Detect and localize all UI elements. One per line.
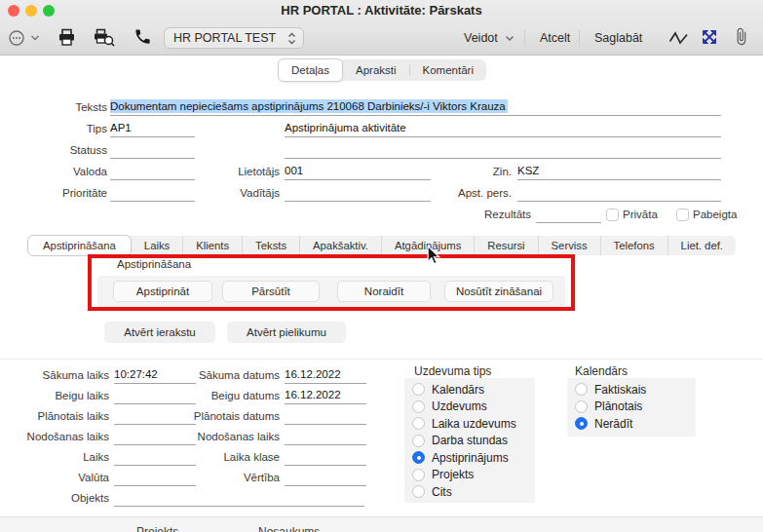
mouse-cursor bbox=[427, 246, 440, 265]
pulse-button[interactable] bbox=[668, 29, 690, 45]
radio-neradit[interactable]: Nerādīt bbox=[567, 415, 696, 433]
laika-klase-field[interactable] bbox=[285, 448, 366, 466]
record-selector-popup[interactable]: HR PORTAL TEST bbox=[164, 27, 304, 49]
radio-icon bbox=[412, 417, 425, 430]
radio-icon bbox=[412, 435, 425, 447]
radio-cits[interactable]: Cits bbox=[404, 483, 535, 501]
sakuma-laiks-label: Sākuma laiks bbox=[0, 367, 109, 384]
chevron-down-icon bbox=[505, 35, 515, 42]
teksts-value: Dokumentam nepieciešams apstiprinājums 2… bbox=[110, 99, 508, 113]
privata-checkbox[interactable] bbox=[606, 209, 619, 221]
expand-arrows-icon bbox=[701, 28, 718, 46]
tips-label: Tips bbox=[0, 121, 107, 137]
vertiba-field[interactable] bbox=[285, 469, 366, 486]
tab-detalas[interactable]: Detaļas bbox=[278, 58, 343, 82]
radio-darba-stundas[interactable]: Darba stundas bbox=[404, 433, 535, 450]
tips-desc-field[interactable]: Apstiprinājuma aktivitāte bbox=[285, 120, 721, 137]
radio-label: Cits bbox=[432, 485, 452, 499]
teksts-label: Teksts bbox=[0, 99, 107, 116]
planotais-datums-label: Plānotais datums bbox=[171, 408, 280, 425]
zin-label: Zin. bbox=[414, 164, 512, 180]
valoda-label: Valoda bbox=[0, 164, 107, 180]
statuss-field[interactable] bbox=[110, 141, 195, 159]
radio-icon bbox=[412, 469, 425, 481]
kalendars-label: Kalendārs bbox=[575, 364, 628, 378]
zin-field[interactable]: KSZ bbox=[517, 163, 721, 180]
phone-button[interactable] bbox=[134, 27, 152, 46]
window-chrome: HR PORTAL : Aktivitāte: Pārskats bbox=[0, 0, 763, 56]
planotais-laiks-label: Plānotais laiks bbox=[0, 408, 109, 425]
tab-apaksaktiv[interactable]: Apakšaktiv. bbox=[299, 236, 381, 255]
atvert-ierakstu-button[interactable]: Atvērt ierakstu bbox=[104, 322, 215, 343]
attachment-button[interactable] bbox=[732, 27, 750, 46]
chevron-down-icon bbox=[30, 34, 40, 42]
nodosanas-laiks2-field[interactable] bbox=[285, 428, 366, 445]
printer-magnifier-icon bbox=[92, 28, 116, 48]
saglabat-button[interactable]: Saglabāt bbox=[585, 27, 652, 49]
rezultats-field[interactable] bbox=[536, 206, 601, 223]
tab-klients[interactable]: Klients bbox=[182, 236, 242, 255]
beigu-datums-value: 16.12.2022 bbox=[285, 389, 341, 400]
radio-apstiprinajums[interactable]: Apstiprinājums bbox=[404, 449, 535, 467]
tab-liet-def[interactable]: Liet. def. bbox=[668, 236, 736, 255]
radio-laika-uzdevums[interactable]: Laika uzdevums bbox=[404, 415, 535, 433]
toolbar-divider bbox=[579, 30, 580, 46]
statuss-desc-field[interactable] bbox=[285, 141, 721, 159]
toolbar-divider bbox=[524, 30, 525, 46]
teksts-field[interactable]: Dokumentam nepieciešams apstiprinājums 2… bbox=[110, 98, 721, 116]
record-selector-label: HR PORTAL TEST bbox=[173, 31, 276, 45]
valuta-label: Valūta bbox=[0, 470, 109, 486]
radio-icon bbox=[412, 383, 425, 396]
apst-pers-field[interactable] bbox=[517, 184, 721, 202]
projekts-label: Projekts bbox=[136, 524, 214, 532]
radio-icon bbox=[575, 400, 588, 413]
print-button[interactable] bbox=[57, 28, 77, 47]
nodosanas-laiks2-label: Nodošanas laiks bbox=[171, 429, 280, 445]
tab-laiks[interactable]: Laiks bbox=[132, 236, 182, 255]
tab-apraksti[interactable]: Apraksti bbox=[343, 59, 409, 81]
radio-projekts[interactable]: Projekts bbox=[404, 467, 535, 484]
beigu-datums-field[interactable]: 16.12.2022 bbox=[285, 387, 366, 404]
tips-desc-value: Apstiprinājuma aktivitāte bbox=[285, 122, 406, 133]
sakuma-datums-field[interactable]: 16.12.2022 bbox=[285, 366, 366, 384]
radio-faktiskais[interactable]: Faktiskais bbox=[567, 381, 696, 399]
radio-kalendars[interactable]: Kalendārs bbox=[404, 381, 535, 399]
radio-planotais[interactable]: Plānotais bbox=[567, 399, 696, 416]
tab-telefons[interactable]: Telefons bbox=[600, 236, 668, 255]
radio-label: Darba stundas bbox=[432, 434, 508, 447]
sakuma-laiks-value: 10:27:42 bbox=[114, 368, 158, 380]
privata-label: Privāta bbox=[623, 207, 681, 223]
vaditajs-label: Vadītājs bbox=[175, 185, 280, 202]
radio-uzdevums[interactable]: Uzdevums bbox=[404, 399, 535, 416]
kalendars-group: Faktiskais Plānotais Nerādīt bbox=[567, 378, 696, 437]
tab-serviss[interactable]: Serviss bbox=[538, 236, 600, 255]
uzdevuma-tips-group: Kalendārs Uzdevums Laika uzdevums Darba … bbox=[404, 378, 535, 503]
tips-value: AP1 bbox=[110, 122, 132, 133]
tab-apstiprinasana[interactable]: Apstiprināšana bbox=[27, 235, 132, 256]
atvert-pielikumu-button[interactable]: Atvērt pielikumu bbox=[227, 322, 346, 343]
tab-komentari[interactable]: Komentāri bbox=[410, 59, 486, 81]
section-divider bbox=[0, 359, 763, 360]
objekts-field[interactable] bbox=[114, 489, 364, 507]
expand-button[interactable] bbox=[701, 28, 718, 46]
vaditajs-field[interactable] bbox=[285, 184, 431, 202]
pabeigta-checkbox[interactable] bbox=[676, 209, 689, 221]
lietotajs-field[interactable]: 001 bbox=[285, 163, 431, 180]
actions-menu-button[interactable] bbox=[8, 28, 40, 48]
prioritate-label: Prioritāte bbox=[0, 185, 107, 202]
planotais-datums-field[interactable] bbox=[285, 407, 366, 425]
tab-resursi[interactable]: Resursi bbox=[474, 236, 537, 255]
veidot-menu-button[interactable]: Veidot bbox=[454, 27, 524, 49]
print-preview-button[interactable] bbox=[92, 28, 116, 48]
tips-field[interactable]: AP1 bbox=[110, 120, 195, 137]
atcelt-button[interactable]: Atcelt bbox=[530, 27, 580, 49]
phone-icon bbox=[134, 27, 152, 46]
uzdevuma-tips-label: Uzdevuma tips bbox=[414, 364, 491, 378]
radio-label: Uzdevums bbox=[432, 399, 487, 413]
zigzag-pulse-icon bbox=[668, 29, 690, 45]
paperclip-icon bbox=[732, 27, 750, 46]
tab-teksts[interactable]: Teksts bbox=[242, 236, 299, 255]
view-tabs: Detaļas Apraksti Komentāri bbox=[278, 59, 486, 81]
radio-label: Nerādīt bbox=[594, 417, 632, 431]
printer-icon bbox=[57, 28, 77, 47]
